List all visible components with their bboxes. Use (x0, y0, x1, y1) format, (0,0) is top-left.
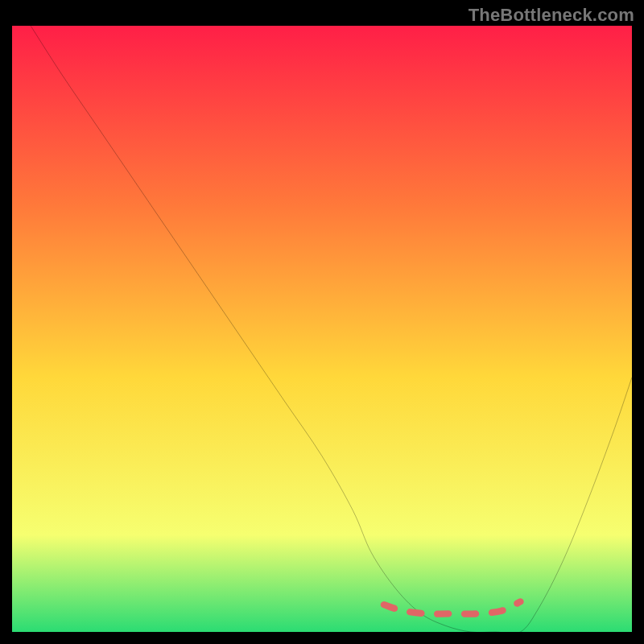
chart-container: TheBottleneck.com (0, 0, 644, 644)
chart-svg (12, 26, 632, 632)
gradient-background (12, 26, 632, 632)
attribution-label: TheBottleneck.com (469, 5, 634, 26)
plot-area (12, 26, 632, 632)
